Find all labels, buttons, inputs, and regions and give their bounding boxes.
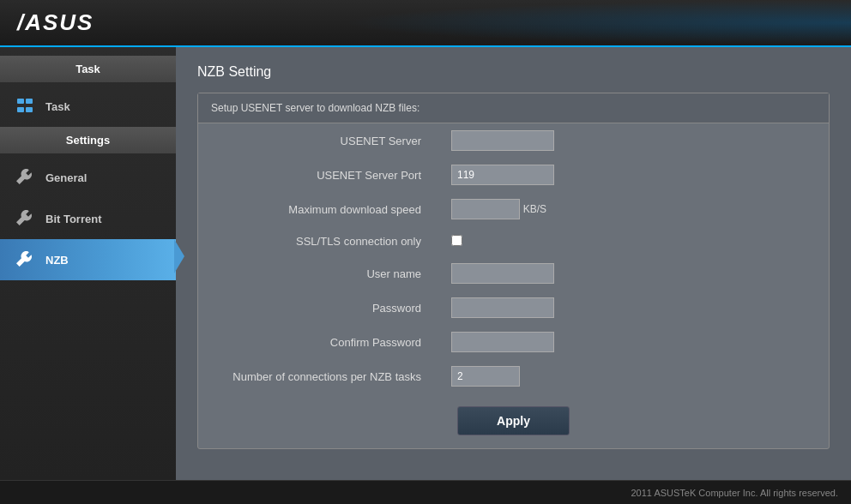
connections-input-cell [438,359,829,393]
confirm-password-input[interactable] [451,332,554,352]
header: /ASUS [0,0,851,47]
connections-label: Number of connections per NZB tasks [198,359,438,393]
svg-rect-1 [26,99,33,104]
usenet-port-label: USENET Server Port [198,158,438,192]
password-input-cell [438,291,829,325]
form-row-ssl: SSL/TLS connection only [198,226,829,256]
apply-button[interactable]: Apply [457,406,570,435]
sidebar-item-general-label: General [45,171,87,184]
sidebar-item-nzb-label: NZB [45,254,69,267]
usenet-port-input[interactable] [451,165,554,185]
password-input[interactable] [451,297,554,318]
settings-section-header: Settings [0,127,176,153]
usenet-server-input-cell [438,123,829,158]
apply-section: Apply [198,393,829,448]
form-table: USENET Server USENET Server Port Maximum… [198,123,829,393]
max-speed-label: Maximum download speed [198,192,438,226]
connections-input[interactable] [451,366,520,387]
sidebar-item-bittorrent-label: Bit Torrent [45,213,101,225]
wrench-icon [13,165,37,189]
sidebar-item-task-label: Task [45,100,70,113]
sidebar-item-bittorrent[interactable]: Bit Torrent [0,198,176,239]
max-speed-input-cell: KB/S [438,192,829,226]
username-input[interactable] [451,263,554,284]
sidebar-item-general[interactable]: General [0,157,176,198]
form-row-usenet-server: USENET Server [198,123,829,158]
sidebar-item-task[interactable]: Task [0,86,176,127]
page-title: NZB Setting [197,64,830,80]
username-label: User name [198,256,438,291]
username-input-cell [438,256,829,291]
sidebar: Task Task Settings General [0,47,176,480]
svg-rect-2 [17,107,24,112]
form-row-usenet-port: USENET Server Port [198,158,829,192]
ssl-checkbox[interactable] [451,235,462,246]
panel-header: Setup USENET server to download NZB file… [198,93,829,123]
svg-rect-3 [26,107,33,112]
content-area: NZB Setting Setup USENET server to downl… [176,47,851,480]
nzb-icon [13,248,37,272]
task-section-header: Task [0,56,176,82]
usenet-server-input[interactable] [451,130,554,151]
copyright-text: 2011 ASUSTeK Computer Inc. All rights re… [631,488,838,498]
form-row-username: User name [198,256,829,291]
form-row-max-speed: Maximum download speed KB/S [198,192,829,226]
confirm-password-label: Confirm Password [198,325,438,359]
usenet-server-label: USENET Server [198,123,438,158]
password-label: Password [198,291,438,325]
confirm-password-input-cell [438,325,829,359]
task-icon [13,94,37,118]
settings-panel: Setup USENET server to download NZB file… [197,93,830,449]
sidebar-item-nzb[interactable]: NZB [0,239,176,280]
max-speed-input[interactable] [451,199,520,219]
form-row-confirm-password: Confirm Password [198,325,829,359]
form-row-password: Password [198,291,829,325]
form-row-connections: Number of connections per NZB tasks [198,359,829,393]
speed-unit-label: KB/S [523,203,546,215]
footer: 2011 ASUSTeK Computer Inc. All rights re… [0,480,851,504]
svg-rect-0 [17,99,24,104]
ssl-input-cell [438,226,829,256]
asus-logo: /ASUS [17,9,94,36]
bittorrent-icon [13,207,37,231]
usenet-port-input-cell [438,158,829,192]
ssl-label: SSL/TLS connection only [198,226,438,256]
main-layout: Task Task Settings General [0,47,851,480]
